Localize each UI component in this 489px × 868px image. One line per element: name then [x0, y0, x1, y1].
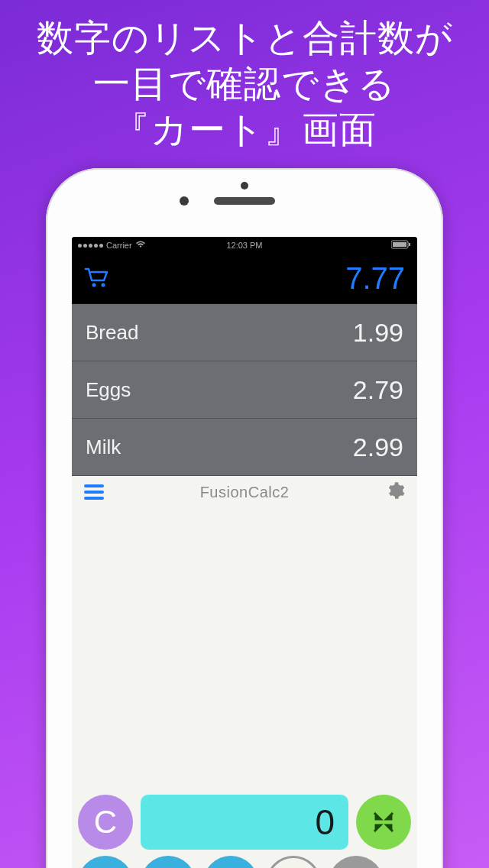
key-7[interactable]: 7 [78, 856, 133, 868]
svg-rect-2 [409, 243, 410, 246]
workspace-area[interactable] [72, 508, 417, 790]
promo-line-1: 数字のリストと合計数が [37, 15, 453, 61]
cart-item-name: Bread [86, 321, 138, 345]
menu-icon[interactable] [84, 484, 104, 500]
svg-point-4 [102, 283, 105, 287]
promo-heading: 数字のリストと合計数が 一目で確認できる 『カート』画面 [37, 15, 453, 153]
cart-item-price: 1.99 [353, 318, 403, 348]
cart-item-name: Milk [86, 436, 121, 459]
cart-item-name: Eggs [86, 378, 131, 402]
clear-button[interactable]: C [78, 795, 133, 850]
cart-icon[interactable] [84, 267, 110, 291]
key-divide[interactable]: ÷ [266, 856, 321, 868]
app-toolbar: FusionCalc2 [72, 476, 417, 508]
status-left: Carrier [78, 241, 146, 250]
status-time: 12:03 PM [226, 241, 262, 250]
cart-item-price: 2.79 [353, 375, 403, 405]
collapse-icon [371, 809, 397, 835]
gear-icon[interactable] [385, 481, 405, 504]
collapse-button[interactable] [356, 795, 411, 850]
app-title: FusionCalc2 [200, 484, 290, 501]
promo-line-3: 『カート』画面 [37, 107, 453, 153]
carrier-label: Carrier [106, 241, 132, 250]
signal-icon [78, 244, 103, 248]
battery-icon [391, 240, 411, 251]
phone-camera [180, 196, 189, 206]
cart-total: 7.77 [345, 261, 405, 296]
phone-speaker [214, 197, 275, 205]
phone-frame: Carrier 12:03 PM 7.77 Bread [46, 168, 443, 868]
status-bar: Carrier 12:03 PM [72, 237, 417, 254]
phone-sensor [241, 182, 248, 189]
calculator-display[interactable]: 0 [141, 795, 348, 850]
wifi-icon [135, 241, 146, 250]
svg-point-3 [92, 283, 96, 287]
key-8[interactable]: 8 [141, 856, 196, 868]
cart-header: 7.77 [72, 254, 417, 304]
promo-line-2: 一目で確認できる [37, 61, 453, 107]
calculator-pad: C 0 7 8 9 ÷ [72, 790, 417, 868]
svg-rect-1 [393, 242, 406, 247]
backspace-button[interactable] [329, 856, 384, 868]
cart-list[interactable]: Bread 1.99 Eggs 2.79 Milk 2.99 [72, 304, 417, 476]
phone-screen: Carrier 12:03 PM 7.77 Bread [72, 237, 417, 868]
cart-row[interactable]: Bread 1.99 [72, 304, 417, 361]
cart-item-price: 2.99 [353, 432, 403, 462]
cart-row[interactable]: Milk 2.99 [72, 419, 417, 476]
cart-row[interactable]: Eggs 2.79 [72, 361, 417, 419]
key-9[interactable]: 9 [203, 856, 258, 868]
